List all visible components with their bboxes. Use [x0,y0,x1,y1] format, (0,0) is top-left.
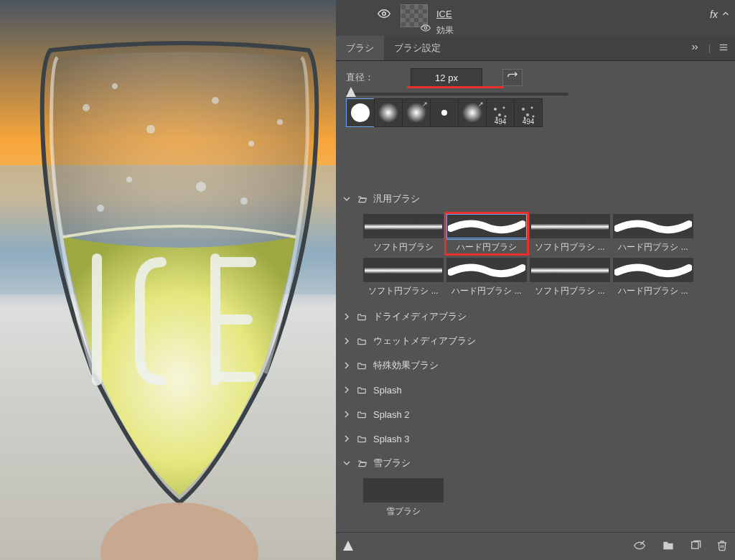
brush-stroke-preview [530,258,610,282]
brush-folder[interactable]: 汎用ブラシ [343,187,728,211]
brush-stroke-preview [363,258,444,282]
svg-point-29 [503,107,505,109]
svg-point-23 [351,103,370,122]
brush-tip[interactable]: 494 [486,98,515,127]
brush-folder[interactable]: 特殊効果ブラシ [343,353,728,378]
pressure-icon: ↗ [422,101,428,108]
brush-stroke-preview [446,214,527,238]
svg-point-11 [100,503,258,560]
svg-point-7 [126,177,132,182]
tab-brushes[interactable]: ブラシ [336,36,384,60]
visibility-icon[interactable] [421,23,431,33]
folder-label: Splash 2 [373,409,410,420]
chevron-right-icon [343,434,350,444]
layer-effects-label: 効果 [436,24,454,37]
chevron-right-icon [343,360,350,371]
flip-brush-button[interactable] [502,69,523,86]
svg-point-5 [248,141,254,146]
brush-folder[interactable]: Splash 3 [343,426,728,451]
layer-row[interactable]: ICE fx 効果 [336,0,735,37]
folder-label: Splash 3 [373,434,410,444]
brush-tip[interactable]: ↗ [458,98,487,127]
brush-folder[interactable]: Splash [343,378,728,402]
panel-menu-icon[interactable] [718,42,729,55]
brush-label: ハード円ブラシ ... [446,285,527,297]
delete-brush-icon[interactable] [716,540,728,554]
size-label: 直径： [346,71,403,84]
svg-point-26 [441,110,447,116]
slider-thumb-icon[interactable] [346,87,356,99]
svg-point-18 [424,27,427,29]
chevron-up-icon[interactable] [721,9,731,21]
brush-panel: ブラシ ブラシ設定 | 直径： [336,36,735,560]
chevron-down-icon [343,458,350,469]
brush-preset[interactable]: ソフト円ブラシ ... [530,214,610,253]
brush-stroke-preview [613,214,693,238]
brush-preset[interactable]: ハード円ブラシ ... [446,258,527,297]
brush-stroke-preview [363,214,444,238]
brush-label: 雪ブラシ [363,505,444,518]
svg-point-10 [240,197,248,205]
folder-icon [356,194,368,204]
brush-stroke-preview [446,258,527,282]
folder-icon [356,336,368,346]
brush-folder[interactable]: 雪ブラシ [343,451,728,475]
svg-point-33 [522,108,525,111]
brush-preset[interactable]: ソフト円ブラシ ... [530,258,610,297]
folder-icon [356,434,368,444]
folder-label: ウェットメディアブラシ [373,335,476,347]
brush-tip[interactable] [374,98,403,127]
brush-stroke-preview [613,258,693,282]
chevron-right-icon [343,385,350,396]
brush-tip[interactable] [346,98,375,127]
expand-icon[interactable] [688,42,701,55]
brush-label: ソフト円ブラシ ... [530,285,610,297]
brush-tree[interactable]: 汎用ブラシソフト円ブラシハード円ブラシソフト円ブラシ ...ハード円ブラシ ..… [336,187,735,531]
folder-label: 特殊効果ブラシ [373,359,439,372]
brush-folder[interactable]: Splash 2 [343,402,728,426]
tip-size-label: 494 [487,118,514,126]
svg-point-35 [526,113,529,116]
brush-size-input[interactable] [411,68,482,87]
annotation-underline [407,86,504,88]
brush-preset[interactable]: 雪ブラシ [363,478,444,518]
brush-preset[interactable]: ハード円ブラシ ... [613,214,693,253]
brush-size-slider[interactable] [346,93,568,95]
folder-label: 雪ブラシ [373,457,411,470]
brush-folder[interactable]: ウェットメディアブラシ [343,329,728,353]
folder-label: Splash [373,385,402,396]
svg-point-28 [494,108,497,111]
chevron-down-icon [343,194,350,205]
svg-point-30 [498,113,501,116]
svg-point-6 [196,182,206,192]
chevron-right-icon [343,312,350,322]
tab-brush-settings[interactable]: ブラシ設定 [384,36,451,60]
canvas-area[interactable] [0,0,336,560]
brush-stroke-preview [530,214,610,238]
pressure-icon: ↗ [478,101,484,108]
svg-point-8 [277,119,283,125]
brush-preset[interactable]: ハード円ブラシ ... [613,258,693,297]
svg-point-4 [212,97,219,104]
live-preview-icon[interactable] [632,540,647,554]
folder-icon [356,458,368,468]
brush-preset[interactable]: ハード円ブラシ [446,214,527,253]
layer-fx-label[interactable]: fx [710,9,718,20]
svg-marker-38 [343,541,353,551]
svg-point-34 [531,107,533,109]
save-brush-folder-icon[interactable] [662,540,675,554]
brush-preset[interactable]: ソフト円ブラシ [363,214,444,253]
layer-name[interactable]: ICE [436,9,452,19]
brush-tip[interactable]: ↗ [402,98,431,127]
svg-marker-22 [346,87,356,97]
brush-preset[interactable]: ソフト円ブラシ ... [363,258,444,297]
brush-tip[interactable] [430,98,459,127]
chevron-right-icon [343,336,350,347]
svg-point-3 [146,125,155,134]
svg-point-2 [112,83,118,89]
brush-folder[interactable]: ドライメディアブラシ [343,304,728,329]
slider-thumb-icon[interactable] [343,541,353,553]
visibility-icon[interactable] [378,7,390,20]
new-brush-icon[interactable] [689,540,702,554]
brush-tip[interactable]: 494 [514,98,543,127]
